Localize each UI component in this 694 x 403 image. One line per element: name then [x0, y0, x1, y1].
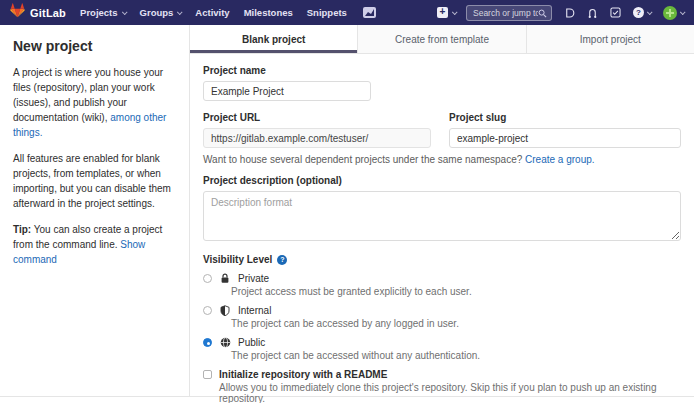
- namespace-hint: Want to house several dependent projects…: [203, 154, 681, 165]
- brand-name: GitLab: [30, 7, 66, 19]
- user-menu[interactable]: [663, 6, 684, 20]
- project-name-label: Project name: [203, 65, 681, 76]
- readme-checkbox[interactable]: [203, 370, 212, 379]
- nav-item-activity[interactable]: Activity: [195, 7, 229, 18]
- sidebar-paragraph-1: A project is where you house your files …: [13, 65, 175, 140]
- new-dropdown[interactable]: +: [437, 7, 456, 18]
- chart-icon[interactable]: [363, 7, 376, 18]
- plus-square-icon: +: [437, 7, 448, 18]
- project-url-label: Project URL: [203, 112, 431, 123]
- project-description-textarea[interactable]: [203, 191, 681, 241]
- chevron-down-icon: [121, 9, 127, 15]
- lock-icon: [219, 273, 231, 284]
- top-navbar: GitLab Projects Groups Activity Mileston…: [0, 0, 694, 25]
- new-project-panel: Blank project Create from template Impor…: [189, 25, 694, 396]
- project-slug-input[interactable]: [449, 128, 681, 148]
- visibility-option-internal: Internal The project can be accessed by …: [203, 305, 681, 329]
- project-url-input[interactable]: [203, 128, 431, 148]
- public-option-desc: The project can be accessed without any …: [231, 350, 681, 361]
- readme-section: Initialize repository with a README Allo…: [203, 369, 681, 403]
- chevron-down-icon: [177, 9, 183, 15]
- private-option-label[interactable]: Private: [238, 273, 269, 284]
- public-radio[interactable]: [203, 338, 212, 347]
- private-radio[interactable]: [203, 274, 212, 283]
- internal-radio[interactable]: [203, 306, 212, 315]
- page-title: New project: [13, 38, 175, 54]
- description-sidebar: New project A project is where you house…: [0, 25, 189, 396]
- search-input[interactable]: [473, 8, 538, 18]
- nav-item-snippets[interactable]: Snippets: [307, 7, 347, 18]
- help-menu[interactable]: ?: [633, 7, 651, 18]
- todo-check-icon[interactable]: [610, 7, 621, 18]
- sidebar-paragraph-2: All features are enabled for blank proje…: [13, 151, 175, 211]
- internal-option-desc: The project can be accessed by any logge…: [231, 318, 681, 329]
- globe-icon: [219, 337, 231, 348]
- public-option-label[interactable]: Public: [238, 337, 265, 348]
- readme-desc: Allows you to immediately clone this pro…: [219, 382, 681, 403]
- question-circle-icon: ?: [633, 7, 644, 18]
- project-name-input[interactable]: [203, 81, 371, 101]
- project-description-label: Project description (optional): [203, 175, 681, 186]
- nav-item-groups[interactable]: Groups: [140, 7, 182, 18]
- nav-menu: Projects Groups Activity Milestones Snip…: [80, 7, 376, 18]
- tab-create-from-template[interactable]: Create from template: [357, 25, 525, 53]
- nav-item-milestones[interactable]: Milestones: [244, 7, 293, 18]
- chevron-down-icon: [452, 9, 458, 15]
- nav-item-projects[interactable]: Projects: [80, 7, 126, 18]
- gitlab-brand[interactable]: GitLab: [10, 3, 66, 22]
- tab-import-project[interactable]: Import project: [526, 25, 694, 53]
- visibility-option-private: Private Project access must be granted e…: [203, 273, 681, 297]
- avatar: [663, 6, 677, 20]
- visibility-option-public: Public The project can be accessed witho…: [203, 337, 681, 361]
- page-content: New project A project is where you house…: [0, 25, 694, 397]
- project-slug-label: Project slug: [449, 112, 681, 123]
- nav-icon-group: ?: [564, 6, 684, 20]
- magnifier-icon: [538, 4, 547, 22]
- merge-request-icon[interactable]: [587, 7, 598, 19]
- create-a-group-link[interactable]: Create a group.: [525, 154, 595, 165]
- sidebar-tip: Tip: You can also create a project from …: [13, 222, 175, 267]
- chevron-down-icon: [647, 9, 653, 15]
- question-circle-icon[interactable]: ?: [277, 255, 287, 265]
- chevron-down-icon: [680, 9, 686, 15]
- gitlab-tanuki-icon: [10, 3, 25, 22]
- new-project-form: Project name Project URL Project slug Wa…: [190, 54, 694, 403]
- internal-option-label[interactable]: Internal: [238, 305, 271, 316]
- global-search[interactable]: [466, 5, 552, 21]
- project-type-tabs: Blank project Create from template Impor…: [190, 25, 694, 54]
- issues-icon[interactable]: [564, 7, 575, 19]
- visibility-level-label: Visibility Level: [203, 254, 272, 265]
- readme-label[interactable]: Initialize repository with a README: [219, 369, 387, 380]
- tab-blank-project[interactable]: Blank project: [190, 25, 357, 53]
- private-option-desc: Project access must be granted explicitl…: [231, 286, 681, 297]
- shield-icon: [219, 305, 231, 316]
